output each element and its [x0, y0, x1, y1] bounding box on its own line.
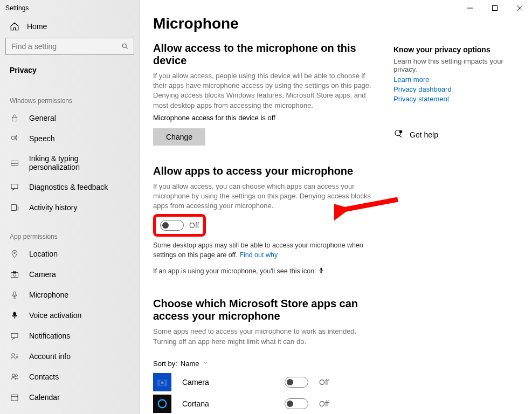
feedback-icon	[10, 182, 19, 192]
app-title: Settings	[0, 0, 140, 15]
calendar-icon	[10, 392, 19, 402]
privacy-statement-link[interactable]: Privacy statement	[393, 95, 507, 103]
svg-rect-27	[11, 395, 18, 401]
microphone-icon	[10, 290, 19, 300]
nav-calendar[interactable]: Calendar	[0, 387, 140, 408]
svg-rect-11	[11, 205, 16, 211]
app-row-camera: Camera Off	[153, 373, 379, 391]
chevron-down-icon	[202, 360, 209, 368]
app-cortana-toggle-state: Off	[319, 399, 329, 408]
nav-general[interactable]: General	[0, 108, 140, 128]
svg-rect-10	[11, 184, 18, 189]
desktop-apps-note: Some desktop apps may still be able to a…	[153, 241, 379, 260]
nav-inking[interactable]: Inking & typing personalization	[0, 149, 140, 177]
location-icon	[10, 249, 19, 259]
section2-desc: If you allow access, you can choose whic…	[153, 182, 379, 211]
svg-point-14	[14, 252, 16, 254]
nav-item-label: Speech	[29, 134, 54, 143]
nav-item-label: Account info	[29, 352, 71, 361]
svg-point-26	[15, 375, 17, 377]
privacy-dashboard-link[interactable]: Privacy dashboard	[393, 85, 507, 93]
cortana-app-icon	[153, 395, 171, 413]
nav-account-info[interactable]: Account info	[0, 346, 140, 367]
svg-point-16	[13, 273, 16, 276]
svg-point-21	[12, 354, 15, 356]
related-panel: Know your privacy options Learn how this…	[388, 0, 512, 414]
nav-notifications[interactable]: Notifications	[0, 326, 140, 346]
nav-diagnostics[interactable]: Diagnostics & feedback	[0, 177, 140, 197]
app-cortana-toggle[interactable]	[285, 398, 308, 409]
page-title: Microphone	[153, 15, 379, 32]
nav-item-label: General	[29, 114, 56, 122]
section2-heading: Allow apps to access your microphone	[153, 165, 379, 177]
mic-indicator-icon	[318, 267, 324, 275]
nav-speech[interactable]: Speech	[0, 128, 140, 149]
notification-icon	[10, 331, 19, 341]
svg-rect-19	[13, 312, 16, 316]
get-help-link[interactable]: Get help	[393, 129, 507, 140]
nav-activity[interactable]: Activity history	[0, 197, 140, 218]
svg-rect-20	[11, 333, 18, 337]
svg-rect-18	[13, 292, 16, 295]
main-panel: Microphone Allow access to the microphon…	[140, 0, 532, 414]
account-icon	[10, 351, 19, 361]
app-row-cortana: Cortana Off	[153, 395, 379, 413]
annotation-highlight: Off	[153, 214, 206, 237]
camera-icon	[10, 270, 19, 279]
svg-rect-8	[11, 161, 18, 165]
search-icon	[121, 42, 129, 51]
nav-item-label: Location	[29, 250, 58, 258]
app-name-label: Camera	[182, 378, 274, 387]
lock-icon	[10, 113, 19, 123]
content-area: Microphone Allow access to the microphon…	[140, 0, 388, 414]
privacy-heading: Privacy	[0, 60, 140, 82]
nav-item-label: Inking & typing personalization	[29, 154, 130, 171]
nav-item-label: Diagnostics & feedback	[29, 183, 108, 191]
svg-rect-6	[12, 118, 17, 121]
contacts-icon	[10, 372, 19, 382]
app-camera-toggle-state: Off	[319, 378, 329, 387]
nav-item-label: Microphone	[29, 291, 68, 299]
help-icon	[393, 129, 403, 140]
nav-contacts[interactable]: Contacts	[0, 367, 140, 387]
section1-heading: Allow access to the microphone on this d…	[153, 42, 379, 67]
nav-voice-activation[interactable]: Voice activation	[0, 305, 140, 326]
section-windows-permissions: Windows permissions	[0, 82, 140, 108]
nav-microphone[interactable]: Microphone	[0, 285, 140, 305]
nav-item-label: Camera	[29, 270, 56, 279]
voice-icon	[10, 310, 19, 320]
svg-point-35	[399, 130, 402, 133]
camera-app-icon	[153, 373, 171, 391]
search-field[interactable]	[10, 42, 121, 51]
svg-point-7	[11, 136, 15, 140]
learn-more-link[interactable]: Learn more	[393, 75, 507, 84]
nav-item-label: Contacts	[29, 372, 59, 381]
svg-rect-17	[13, 272, 16, 273]
nav-home-label: Home	[27, 22, 47, 31]
svg-point-33	[158, 399, 167, 408]
keyboard-icon	[10, 158, 19, 168]
svg-rect-29	[321, 267, 322, 271]
nav-home[interactable]: Home	[0, 15, 140, 38]
search-input[interactable]	[5, 38, 134, 55]
nav-location[interactable]: Location	[0, 244, 140, 264]
nav-item-label: Calendar	[29, 393, 60, 402]
app-name-label: Cortana	[182, 399, 274, 408]
privacy-options-heading: Know your privacy options	[393, 45, 507, 54]
allow-apps-toggle[interactable]	[160, 220, 184, 231]
section3-heading: Choose which Microsoft Store apps can ac…	[153, 298, 379, 322]
section-app-permissions: App permissions	[0, 218, 140, 244]
sort-by-dropdown[interactable]: Sort by: Name	[153, 360, 379, 368]
change-button[interactable]: Change	[153, 128, 205, 146]
find-out-why-link[interactable]: Find out why	[239, 251, 278, 259]
nav-camera[interactable]: Camera	[0, 264, 140, 285]
privacy-options-desc: Learn how this setting impacts your priv…	[393, 57, 507, 73]
nav-item-label: Notifications	[29, 332, 70, 340]
home-icon	[10, 22, 19, 31]
nav-item-label: Voice activation	[29, 311, 81, 320]
mic-icon-note: If an app is using your microphone, you'…	[153, 267, 379, 277]
mic-access-status: Microphone access for this device is off	[153, 114, 379, 122]
section1-desc: If you allow access, people using this d…	[153, 71, 379, 111]
app-camera-toggle[interactable]	[285, 377, 308, 388]
section3-desc: Some apps need to access your microphone…	[153, 327, 379, 346]
